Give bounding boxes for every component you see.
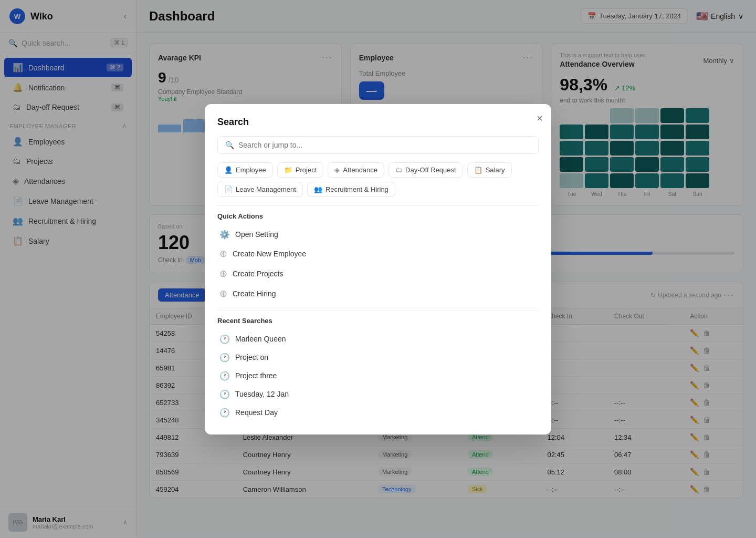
clock-icon-3: 🕐 bbox=[219, 371, 230, 381]
qa-create-projects-label: Create Projects bbox=[233, 270, 283, 278]
attendance-filter-icon: ◈ bbox=[334, 166, 340, 174]
search-modal: Search × 🔍 👤 Employee 📁 Project ◈ Attend… bbox=[205, 104, 551, 434]
recent-tuesday-12[interactable]: 🕐 Tuesday, 12 Jan bbox=[217, 385, 539, 404]
plus-circle-icon-3: ⊕ bbox=[219, 288, 227, 299]
filter-leave[interactable]: 📄 Leave Management bbox=[217, 182, 303, 197]
qa-create-projects[interactable]: ⊕ Create Projects bbox=[217, 264, 539, 284]
qa-create-hiring-label: Create Hiring bbox=[233, 289, 276, 298]
modal-search-input[interactable] bbox=[238, 141, 531, 149]
clock-icon-5: 🕐 bbox=[219, 408, 230, 418]
filter-attendance[interactable]: ◈ Attendance bbox=[328, 162, 384, 178]
qa-open-setting[interactable]: ⚙️ Open Setting bbox=[217, 225, 539, 244]
filter-tags: 👤 Employee 📁 Project ◈ Attendance 🗂 Day-… bbox=[217, 162, 539, 178]
modal-title: Search bbox=[217, 117, 539, 128]
recent-project-on[interactable]: 🕐 Project on bbox=[217, 348, 539, 367]
filter-salary[interactable]: 📋 Salary bbox=[467, 162, 512, 178]
recent-label: Project three bbox=[235, 371, 277, 380]
clock-icon-2: 🕐 bbox=[219, 353, 230, 363]
quick-actions-title: Quick Actions bbox=[217, 212, 539, 220]
filter-project[interactable]: 📁 Project bbox=[277, 162, 323, 178]
recent-label: Project on bbox=[235, 353, 268, 361]
modal-search-icon: 🔍 bbox=[225, 141, 234, 149]
divider bbox=[217, 205, 539, 206]
filter-tags-row2: 📄 Leave Management 👥 Recruitment & Hirin… bbox=[217, 182, 539, 197]
filter-recruitment[interactable]: 👥 Recruitment & Hiring bbox=[307, 182, 395, 197]
clock-icon: 🕐 bbox=[219, 334, 230, 344]
qa-open-setting-label: Open Setting bbox=[235, 230, 278, 239]
qa-create-hiring[interactable]: ⊕ Create Hiring bbox=[217, 284, 539, 304]
qa-create-employee-label: Create New Employee bbox=[233, 250, 306, 258]
modal-close-button[interactable]: × bbox=[537, 112, 543, 125]
divider-2 bbox=[217, 310, 539, 311]
filter-employee-label: Employee bbox=[236, 166, 266, 174]
employee-icon: 👤 bbox=[224, 166, 233, 174]
plus-circle-icon-2: ⊕ bbox=[219, 268, 227, 280]
filter-day-off-label: Day-Off Request bbox=[405, 166, 456, 174]
modal-search-box: 🔍 bbox=[217, 136, 539, 154]
settings-icon: ⚙️ bbox=[219, 230, 230, 240]
recent-label: Request Day bbox=[235, 408, 278, 417]
salary-filter-icon: 📋 bbox=[474, 166, 482, 174]
recent-label: Marleen Queen bbox=[235, 335, 286, 343]
filter-attendance-label: Attendance bbox=[343, 166, 377, 174]
leave-filter-icon: 📄 bbox=[224, 185, 233, 193]
recruitment-filter-icon: 👥 bbox=[314, 185, 322, 193]
clock-icon-4: 🕐 bbox=[219, 389, 230, 399]
filter-project-label: Project bbox=[296, 166, 317, 174]
day-off-filter-icon: 🗂 bbox=[395, 166, 402, 174]
qa-create-employee[interactable]: ⊕ Create New Employee bbox=[217, 244, 539, 264]
recent-searches-title: Recent Searches bbox=[217, 317, 539, 325]
project-icon: 📁 bbox=[284, 166, 292, 174]
filter-leave-label: Leave Management bbox=[236, 185, 296, 193]
recent-marleen[interactable]: 🕐 Marleen Queen bbox=[217, 330, 539, 348]
plus-circle-icon: ⊕ bbox=[219, 248, 227, 260]
filter-salary-label: Salary bbox=[486, 166, 505, 174]
recent-request-day[interactable]: 🕐 Request Day bbox=[217, 404, 539, 422]
recent-label: Tuesday, 12 Jan bbox=[235, 390, 289, 398]
recent-project-three[interactable]: 🕐 Project three bbox=[217, 367, 539, 385]
filter-day-off[interactable]: 🗂 Day-Off Request bbox=[388, 162, 463, 178]
filter-employee[interactable]: 👤 Employee bbox=[217, 162, 273, 178]
modal-overlay[interactable]: Search × 🔍 👤 Employee 📁 Project ◈ Attend… bbox=[0, 0, 756, 538]
filter-recruitment-label: Recruitment & Hiring bbox=[326, 185, 388, 193]
